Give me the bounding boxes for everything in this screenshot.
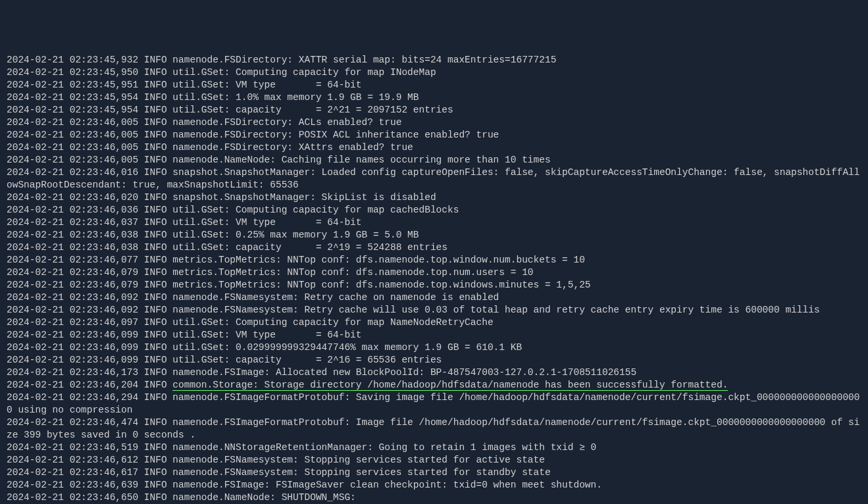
terminal-output[interactable]: 2024-02-21 02:23:45,932 INFO namenode.FS… (7, 54, 861, 504)
log-line: 2024-02-21 02:23:46,079 INFO metrics.Top… (7, 279, 861, 291)
log-line: 2024-02-21 02:23:46,204 INFO common.Stor… (7, 379, 861, 391)
log-line: 2024-02-21 02:23:46,005 INFO namenode.Na… (7, 154, 861, 166)
log-line: 2024-02-21 02:23:45,932 INFO namenode.FS… (7, 54, 861, 66)
log-line: 2024-02-21 02:23:46,077 INFO metrics.Top… (7, 254, 861, 266)
log-line: 2024-02-21 02:23:46,016 INFO snapshot.Sn… (7, 166, 861, 191)
log-line: 2024-02-21 02:23:46,020 INFO snapshot.Sn… (7, 191, 861, 204)
log-line: 2024-02-21 02:23:46,079 INFO metrics.Top… (7, 266, 861, 279)
log-line: 2024-02-21 02:23:46,294 INFO namenode.FS… (7, 391, 861, 416)
log-line: 2024-02-21 02:23:46,099 INFO util.GSet: … (7, 329, 861, 341)
log-line: 2024-02-21 02:23:45,954 INFO util.GSet: … (7, 91, 861, 104)
log-line: 2024-02-21 02:23:46,612 INFO namenode.FS… (7, 454, 861, 466)
log-line: 2024-02-21 02:23:46,092 INFO namenode.FS… (7, 304, 861, 316)
log-line: 2024-02-21 02:23:46,173 INFO namenode.FS… (7, 366, 861, 379)
log-line: 2024-02-21 02:23:45,951 INFO util.GSet: … (7, 79, 861, 91)
log-line: 2024-02-21 02:23:46,005 INFO namenode.FS… (7, 129, 861, 141)
log-line: 2024-02-21 02:23:46,005 INFO namenode.FS… (7, 116, 861, 129)
log-line: 2024-02-21 02:23:46,037 INFO util.GSet: … (7, 216, 861, 229)
log-line: 2024-02-21 02:23:46,038 INFO util.GSet: … (7, 229, 861, 241)
log-line: 2024-02-21 02:23:45,954 INFO util.GSet: … (7, 104, 861, 116)
log-line: 2024-02-21 02:23:46,005 INFO namenode.FS… (7, 141, 861, 154)
log-line: 2024-02-21 02:23:45,950 INFO util.GSet: … (7, 66, 861, 79)
log-line: 2024-02-21 02:23:46,519 INFO namenode.NN… (7, 441, 861, 454)
log-line: 2024-02-21 02:23:46,099 INFO util.GSet: … (7, 341, 861, 354)
log-line: 2024-02-21 02:23:46,099 INFO util.GSet: … (7, 354, 861, 366)
log-line: 2024-02-21 02:23:46,650 INFO namenode.Na… (7, 491, 861, 504)
log-line: 2024-02-21 02:23:46,097 INFO util.GSet: … (7, 316, 861, 329)
log-line: 2024-02-21 02:23:46,639 INFO namenode.FS… (7, 479, 861, 491)
log-line: 2024-02-21 02:23:46,617 INFO namenode.FS… (7, 466, 861, 479)
log-line: 2024-02-21 02:23:46,092 INFO namenode.FS… (7, 291, 861, 304)
log-line: 2024-02-21 02:23:46,474 INFO namenode.FS… (7, 416, 861, 441)
log-line: 2024-02-21 02:23:46,038 INFO util.GSet: … (7, 241, 861, 254)
log-line: 2024-02-21 02:23:46,036 INFO util.GSet: … (7, 204, 861, 216)
